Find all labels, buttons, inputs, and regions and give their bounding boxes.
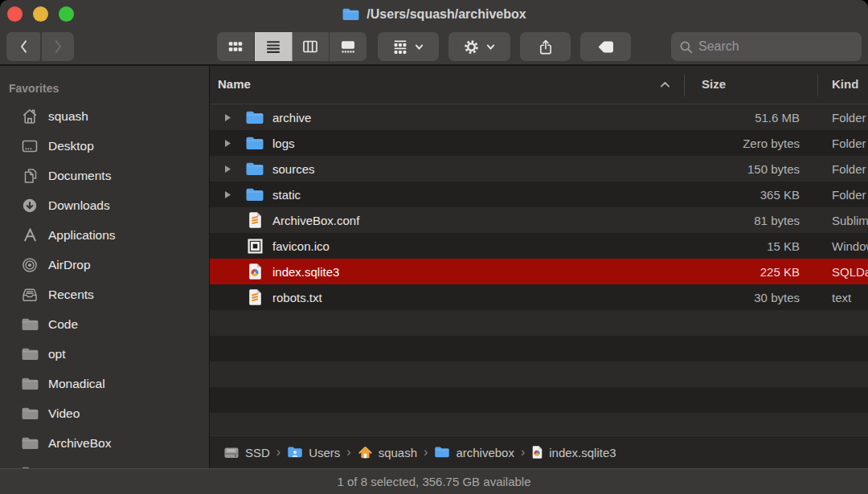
sidebar-item-applications[interactable]: Applications bbox=[0, 220, 209, 250]
sidebar-item-monadical[interactable]: Monadical bbox=[0, 369, 209, 398]
pathbar-label: index.sqlite3 bbox=[549, 446, 616, 459]
file-row[interactable]: sources150 bytesFolder bbox=[210, 156, 868, 182]
file-name: static bbox=[272, 188, 684, 202]
pathbar-item-index-sqlite3[interactable]: index.sqlite3 bbox=[531, 445, 616, 459]
sidebar-item-label: Recents bbox=[48, 288, 94, 302]
sidebar-item-downloads[interactable]: Downloads bbox=[0, 190, 209, 220]
file-name: favicon.ico bbox=[272, 239, 684, 253]
chevron-down-icon bbox=[485, 42, 496, 52]
search-field[interactable] bbox=[671, 32, 862, 61]
sidebar-item-label: Desktop bbox=[48, 139, 94, 153]
view-list-button[interactable] bbox=[255, 32, 293, 61]
breadcrumb-separator: › bbox=[521, 445, 525, 459]
sidebar-item-airdrop[interactable]: AirDrop bbox=[0, 250, 209, 280]
disclosure-icon[interactable] bbox=[221, 139, 234, 148]
back-button[interactable] bbox=[6, 32, 40, 61]
applications-icon bbox=[19, 227, 40, 243]
chevron-left-icon bbox=[18, 39, 29, 55]
group-button[interactable] bbox=[378, 32, 439, 61]
sidebar-item-squash[interactable]: squash bbox=[0, 101, 209, 131]
pathbar-item-ssd[interactable]: SSD bbox=[223, 446, 270, 459]
file-name: index.sqlite3 bbox=[272, 265, 684, 279]
folder-blue-icon bbox=[245, 136, 264, 151]
file-row[interactable]: favicon.ico15 KBWindows icon bbox=[210, 233, 868, 259]
chevron-right-icon bbox=[53, 39, 63, 55]
pathbar-item-users[interactable]: Users bbox=[287, 446, 340, 459]
disclosure-icon[interactable] bbox=[221, 113, 234, 122]
window-title: /Users/squash/archivebox bbox=[0, 0, 868, 29]
file-row[interactable]: static365 KBFolder bbox=[210, 182, 868, 207]
pathbar-label: Users bbox=[309, 446, 340, 459]
file-row[interactable]: index.sqlite3225 KBSQLDatabase bbox=[210, 259, 868, 284]
sqlite-sm-icon bbox=[531, 445, 543, 459]
column-divider[interactable] bbox=[817, 75, 818, 96]
chevron-down-icon bbox=[414, 42, 424, 52]
search-icon bbox=[679, 40, 693, 54]
column-view-icon bbox=[302, 39, 318, 55]
share-button[interactable] bbox=[520, 32, 571, 61]
file-row[interactable]: archive51.6 MBFolder bbox=[210, 104, 868, 130]
file-kind: Sublime Text bbox=[817, 214, 868, 227]
file-row[interactable]: ArchiveBox.conf81 bytesSublime Text bbox=[210, 207, 868, 233]
disclosure-icon[interactable] bbox=[221, 190, 234, 199]
file-kind: text bbox=[817, 291, 868, 304]
pathbar-label: SSD bbox=[245, 446, 270, 459]
breadcrumb-separator: › bbox=[346, 445, 350, 459]
recents-icon bbox=[19, 287, 40, 303]
file-size: 365 KB bbox=[684, 188, 817, 202]
file-row[interactable]: robots.txt30 bytestext bbox=[210, 284, 868, 310]
sidebar-item-partial[interactable] bbox=[0, 458, 209, 468]
column-divider[interactable] bbox=[684, 75, 685, 96]
search-input[interactable] bbox=[698, 39, 854, 54]
sidebar-item-code[interactable]: Code bbox=[0, 309, 209, 339]
file-kind: Windows icon bbox=[817, 239, 868, 253]
icon-view-icon bbox=[227, 39, 244, 55]
sidebar-item-opt[interactable]: opt bbox=[0, 339, 209, 369]
file-size: 150 bytes bbox=[684, 162, 817, 176]
file-name: robots.txt bbox=[272, 291, 684, 304]
sidebar-item-recents[interactable]: Recents bbox=[0, 280, 209, 309]
file-size: Zero bytes bbox=[684, 137, 817, 150]
column-header-kind[interactable]: Kind bbox=[832, 77, 858, 91]
action-menu-button[interactable] bbox=[448, 32, 510, 61]
view-columns-button[interactable] bbox=[293, 32, 330, 61]
view-switcher bbox=[217, 32, 366, 61]
sidebar-item-label: Documents bbox=[48, 169, 111, 183]
sidebar-item-label: squash bbox=[48, 109, 88, 124]
file-row[interactable]: logsZero bytesFolder bbox=[210, 130, 868, 156]
sidebar-item-label: Video bbox=[48, 406, 80, 421]
folder-blue-icon bbox=[245, 187, 264, 202]
breadcrumb-separator: › bbox=[276, 445, 280, 459]
minimize-button[interactable] bbox=[33, 6, 48, 22]
airdrop-icon bbox=[19, 256, 40, 274]
status-text: 1 of 8 selected, 356.75 GB available bbox=[338, 475, 531, 488]
forward-button[interactable] bbox=[42, 32, 74, 61]
sidebar-item-label: Downloads bbox=[48, 198, 110, 213]
tag-icon bbox=[596, 39, 615, 55]
view-gallery-button[interactable] bbox=[330, 32, 366, 61]
zoom-button[interactable] bbox=[59, 6, 74, 22]
sidebar-item-video[interactable]: Video bbox=[0, 398, 209, 428]
file-kind: Folder bbox=[817, 137, 868, 150]
title-bar: /Users/squash/archivebox bbox=[0, 0, 868, 29]
status-bar: 1 of 8 selected, 356.75 GB available bbox=[0, 468, 868, 494]
close-button[interactable] bbox=[7, 6, 23, 22]
pathbar-item-archivebox[interactable]: archivebox bbox=[434, 446, 514, 459]
column-header-size[interactable]: Size bbox=[702, 77, 726, 91]
empty-row-stripe bbox=[210, 310, 868, 336]
file-name: logs bbox=[272, 137, 684, 150]
view-icon-button[interactable] bbox=[217, 32, 255, 61]
sidebar-item-desktop[interactable]: Desktop bbox=[0, 131, 209, 161]
folder-users-icon bbox=[287, 446, 303, 459]
tags-button[interactable] bbox=[580, 32, 631, 61]
column-header-name[interactable]: Name bbox=[218, 77, 251, 91]
sidebar-item-archivebox[interactable]: ArchiveBox bbox=[0, 428, 209, 458]
list-header: Name Size Kind bbox=[210, 66, 868, 104]
pathbar-item-squash[interactable]: squash bbox=[358, 445, 417, 460]
folder-icon bbox=[19, 347, 40, 361]
sort-ascending-icon bbox=[660, 81, 670, 88]
breadcrumb-separator: › bbox=[424, 445, 428, 459]
file-size: 81 bytes bbox=[684, 214, 817, 227]
disclosure-icon[interactable] bbox=[221, 165, 234, 174]
sidebar-item-documents[interactable]: Documents bbox=[0, 161, 209, 190]
